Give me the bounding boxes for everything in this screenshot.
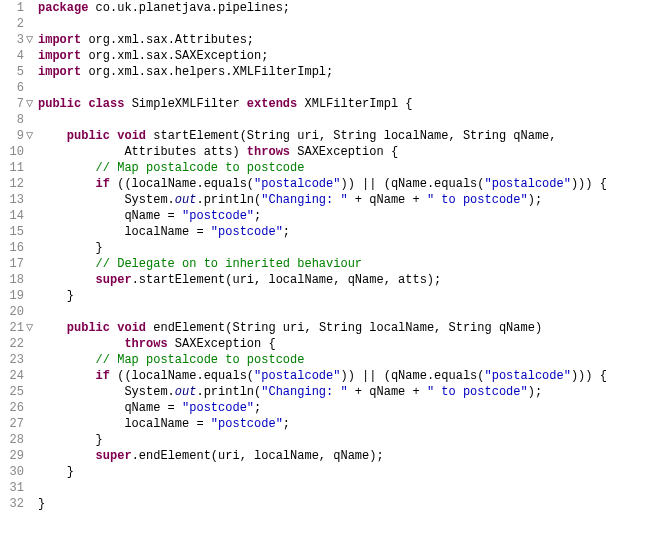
token-pln: )) || (qName.equals(	[340, 177, 484, 191]
fold-markers: ▽▽▽▽	[26, 0, 36, 512]
token-pln: );	[528, 193, 542, 207]
fold-marker	[26, 144, 36, 160]
token-pln: }	[38, 241, 103, 255]
token-pln	[38, 257, 96, 271]
code-line[interactable]: public void startElement(String uri, Str…	[38, 128, 667, 144]
code-line[interactable]: }	[38, 432, 667, 448]
line-number: 16	[0, 240, 24, 256]
code-line[interactable]: import org.xml.sax.Attributes;	[38, 32, 667, 48]
line-number: 29	[0, 448, 24, 464]
token-pln: org.xml.sax.Attributes;	[81, 33, 254, 47]
token-pln: XMLFilterImpl {	[297, 97, 412, 111]
token-pln	[38, 129, 67, 143]
token-pln	[38, 273, 96, 287]
code-line[interactable]: // Map postalcode to postcode	[38, 352, 667, 368]
code-line[interactable]: package co.uk.planetjava.pipelines;	[38, 0, 667, 16]
token-str: "postcode"	[211, 225, 283, 239]
fold-marker	[26, 16, 36, 32]
token-str: "postcode"	[182, 401, 254, 415]
fold-marker	[26, 288, 36, 304]
token-pln: }	[38, 497, 45, 511]
code-line[interactable]: }	[38, 240, 667, 256]
code-line[interactable]: localName = "postcode";	[38, 416, 667, 432]
token-pln: endElement(String uri, String localName,…	[146, 321, 542, 335]
fold-marker[interactable]: ▽	[26, 32, 36, 48]
token-pln: Attributes atts)	[38, 145, 247, 159]
line-number: 11	[0, 160, 24, 176]
code-line[interactable]: }	[38, 496, 667, 512]
code-line[interactable]	[38, 80, 667, 96]
token-pln: .startElement(uri, localName, qName, att…	[132, 273, 442, 287]
code-editor: 1234567891011121314151617181920212223242…	[0, 0, 667, 512]
line-number: 21	[0, 320, 24, 336]
code-line[interactable]	[38, 16, 667, 32]
token-pln: ))) {	[571, 177, 607, 191]
code-line[interactable]: }	[38, 464, 667, 480]
code-line[interactable]: // Map postalcode to postcode	[38, 160, 667, 176]
token-pln: );	[528, 385, 542, 399]
fold-marker	[26, 64, 36, 80]
code-line[interactable]	[38, 304, 667, 320]
token-kw: class	[88, 97, 124, 111]
token-pln: .endElement(uri, localName, qName);	[132, 449, 384, 463]
code-line[interactable]: if ((localName.equals("postalcode")) || …	[38, 368, 667, 384]
code-line[interactable]	[38, 480, 667, 496]
line-number: 13	[0, 192, 24, 208]
code-line[interactable]: Attributes atts) throws SAXException {	[38, 144, 667, 160]
token-fld: out	[175, 193, 197, 207]
code-line[interactable]: // Delegate on to inherited behaviour	[38, 256, 667, 272]
code-line[interactable]: System.out.println("Changing: " + qName …	[38, 192, 667, 208]
token-pln: }	[38, 465, 74, 479]
code-line[interactable]: super.endElement(uri, localName, qName);	[38, 448, 667, 464]
line-number: 12	[0, 176, 24, 192]
token-kw: package	[38, 1, 88, 15]
token-com: // Map postalcode to postcode	[96, 353, 305, 367]
code-line[interactable]: public void endElement(String uri, Strin…	[38, 320, 667, 336]
token-pln: + qName +	[348, 385, 427, 399]
fold-marker	[26, 384, 36, 400]
code-line[interactable]: super.startElement(uri, localName, qName…	[38, 272, 667, 288]
token-str: "postcode"	[211, 417, 283, 431]
line-number: 22	[0, 336, 24, 352]
code-line[interactable]: }	[38, 288, 667, 304]
line-number: 30	[0, 464, 24, 480]
line-number: 5	[0, 64, 24, 80]
token-pln	[38, 369, 96, 383]
code-line[interactable]: import org.xml.sax.SAXException;	[38, 48, 667, 64]
code-line[interactable]	[38, 112, 667, 128]
fold-marker	[26, 0, 36, 16]
fold-marker	[26, 192, 36, 208]
code-area[interactable]: package co.uk.planetjava.pipelines;impor…	[36, 0, 667, 512]
line-number: 14	[0, 208, 24, 224]
token-pln: co.uk.planetjava.pipelines;	[88, 1, 290, 15]
code-line[interactable]: qName = "postcode";	[38, 208, 667, 224]
fold-marker	[26, 176, 36, 192]
token-pln	[38, 177, 96, 191]
code-line[interactable]: localName = "postcode";	[38, 224, 667, 240]
fold-marker[interactable]: ▽	[26, 320, 36, 336]
token-str: " to postcode"	[427, 385, 528, 399]
token-kw: if	[96, 369, 110, 383]
code-line[interactable]: qName = "postcode";	[38, 400, 667, 416]
token-pln: + qName +	[348, 193, 427, 207]
line-number: 17	[0, 256, 24, 272]
code-line[interactable]: throws SAXException {	[38, 336, 667, 352]
line-number: 15	[0, 224, 24, 240]
token-kw: void	[117, 321, 146, 335]
fold-marker[interactable]: ▽	[26, 128, 36, 144]
line-number: 8	[0, 112, 24, 128]
fold-marker	[26, 240, 36, 256]
fold-marker	[26, 352, 36, 368]
code-line[interactable]: import org.xml.sax.helpers.XMLFilterImpl…	[38, 64, 667, 80]
token-pln: .println(	[196, 385, 261, 399]
token-pln: org.xml.sax.helpers.XMLFilterImpl;	[81, 65, 333, 79]
fold-marker[interactable]: ▽	[26, 96, 36, 112]
code-line[interactable]: System.out.println("Changing: " + qName …	[38, 384, 667, 400]
token-kw: void	[117, 129, 146, 143]
token-pln: .println(	[196, 193, 261, 207]
token-str: "postalcode"	[254, 369, 340, 383]
token-pln: org.xml.sax.SAXException;	[81, 49, 268, 63]
code-line[interactable]: if ((localName.equals("postalcode")) || …	[38, 176, 667, 192]
token-kw: public	[38, 97, 81, 111]
code-line[interactable]: public class SimpleXMLFilter extends XML…	[38, 96, 667, 112]
